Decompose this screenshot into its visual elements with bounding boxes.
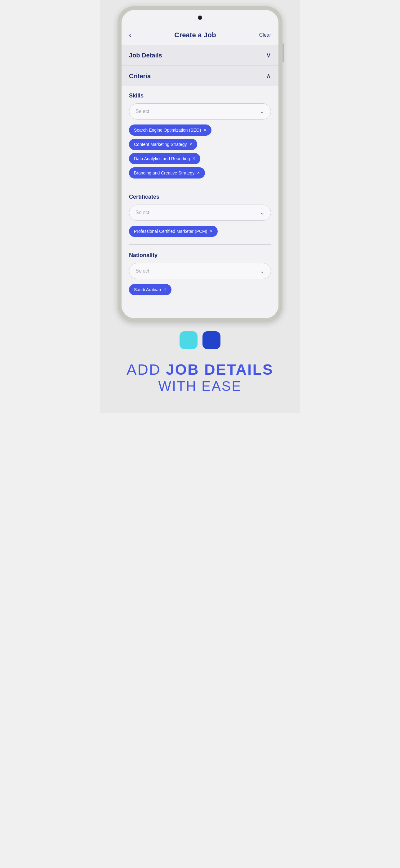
indicator-blue (202, 331, 221, 349)
tag-seo: Search Engine Optimization (SEO) × (129, 124, 211, 136)
header: ‹ Create a Job Clear (122, 26, 278, 45)
bottom-line2: WITH EASE (127, 378, 273, 395)
nationality-tags: Saudi Arabian × (129, 284, 271, 295)
tag-dar-text: Data Analytics and Reporting (134, 156, 190, 161)
app-content: ‹ Create a Job Clear Job Details ∨ Crite… (122, 26, 278, 318)
phone-frame: ‹ Create a Job Clear Job Details ∨ Crite… (118, 6, 282, 322)
tag-dar-remove[interactable]: × (193, 156, 195, 161)
tag-pcm-text: Professional Certified Marketer (PCM) (134, 229, 207, 234)
separator-2 (129, 244, 271, 245)
tag-seo-remove[interactable]: × (203, 128, 206, 132)
phone-top-bar (122, 10, 278, 26)
skills-label: Skills (129, 93, 271, 99)
criteria-content: Skills Select ⌄ Search Engine Optimizati… (122, 86, 278, 309)
job-details-title: Job Details (129, 52, 162, 59)
certificates-select[interactable]: Select ⌄ (129, 205, 271, 221)
nationality-label: Nationality (129, 252, 271, 258)
page-container: ‹ Create a Job Clear Job Details ∨ Crite… (100, 0, 300, 413)
skills-select-placeholder: Select (135, 108, 149, 114)
page-title: Create a Job (174, 31, 216, 39)
criteria-title: Criteria (129, 73, 151, 80)
nationality-select-placeholder: Select (135, 268, 149, 274)
certificates-select-placeholder: Select (135, 210, 149, 215)
tag-bcs: Branding and Creative Strategy × (129, 167, 205, 179)
tag-pcm-remove[interactable]: × (210, 229, 213, 234)
tag-cms-text: Content Marketing Strategy (134, 142, 187, 147)
tag-bcs-text: Branding and Creative Strategy (134, 170, 194, 176)
bottom-line1-plain: ADD (127, 361, 166, 378)
phone-screen: ‹ Create a Job Clear Job Details ∨ Crite… (122, 10, 278, 318)
certificates-chevron-icon: ⌄ (260, 209, 265, 216)
back-button[interactable]: ‹ (129, 31, 131, 39)
indicator-cyan (179, 331, 198, 349)
criteria-accordion[interactable]: Criteria ∧ (122, 66, 278, 86)
skills-select[interactable]: Select ⌄ (129, 103, 271, 120)
skills-tags: Search Engine Optimization (SEO) × Conte… (129, 124, 271, 179)
skills-chevron-icon: ⌄ (260, 108, 265, 115)
tag-sa-remove[interactable]: × (163, 287, 166, 292)
tag-bcs-remove[interactable]: × (197, 170, 200, 176)
bottom-indicators (179, 331, 221, 349)
separator-1 (129, 186, 271, 186)
camera-notch (198, 16, 202, 20)
bottom-text: ADD JOB DETAILS WITH EASE (117, 362, 283, 395)
certificates-tags: Professional Certified Marketer (PCM) × (129, 226, 271, 237)
clear-button[interactable]: Clear (259, 32, 271, 38)
chevron-down-icon: ∨ (266, 51, 271, 59)
tag-pcm: Professional Certified Marketer (PCM) × (129, 226, 218, 237)
job-details-accordion[interactable]: Job Details ∨ (122, 45, 278, 65)
tag-cms-remove[interactable]: × (189, 142, 192, 147)
chevron-up-icon: ∧ (266, 72, 271, 80)
tag-sa-text: Saudi Arabian (134, 287, 161, 292)
nationality-chevron-icon: ⌄ (260, 268, 265, 274)
bottom-line1-bold: JOB DETAILS (166, 361, 273, 378)
tag-seo-text: Search Engine Optimization (SEO) (134, 128, 201, 132)
tag-cms: Content Marketing Strategy × (129, 139, 197, 150)
tag-dar: Data Analytics and Reporting × (129, 153, 200, 164)
nationality-select[interactable]: Select ⌄ (129, 263, 271, 279)
tag-sa: Saudi Arabian × (129, 284, 171, 295)
certificates-label: Certificates (129, 194, 271, 200)
bottom-line1: ADD JOB DETAILS (127, 362, 273, 378)
